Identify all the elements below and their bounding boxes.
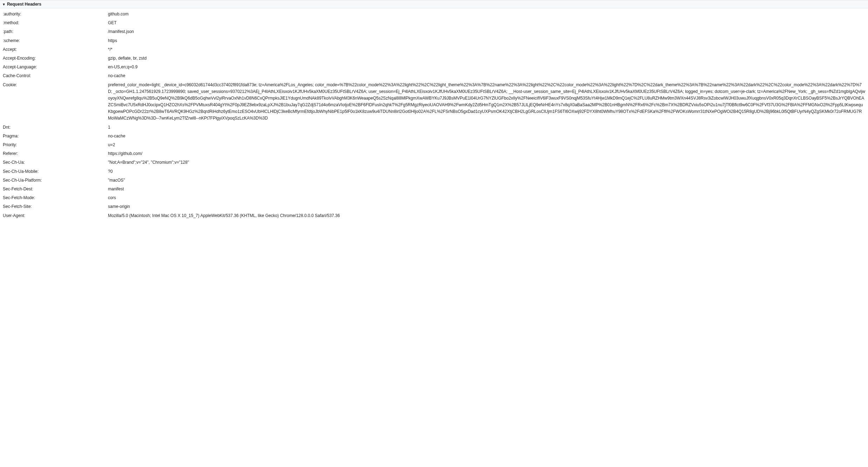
header-name: Accept: bbox=[3, 46, 108, 53]
header-row: User-Agent:Mozilla/5.0 (Macintosh; Intel… bbox=[0, 211, 868, 220]
header-name: Cookie: bbox=[3, 82, 108, 88]
header-value: Mozilla/5.0 (Macintosh; Intel Mac OS X 1… bbox=[108, 212, 865, 219]
header-name: Sec-Fetch-Dest: bbox=[3, 186, 108, 192]
header-value: GET bbox=[108, 20, 865, 26]
header-row: Sec-Ch-Ua:"Not;A=Brand";v="24", "Chromiu… bbox=[0, 158, 868, 167]
header-value: /manifest.json bbox=[108, 28, 865, 35]
header-row: Cache-Control:no-cache bbox=[0, 72, 868, 80]
header-name: Cache-Control: bbox=[3, 73, 108, 79]
header-name: User-Agent: bbox=[3, 212, 108, 219]
header-name: Priority: bbox=[3, 142, 108, 148]
header-name: Pragma: bbox=[3, 133, 108, 140]
header-name: :method: bbox=[3, 20, 108, 26]
header-name: :authority: bbox=[3, 11, 108, 18]
header-value: no-cache bbox=[108, 73, 865, 79]
header-row: :authority:github.com bbox=[0, 10, 868, 19]
header-value: manifest bbox=[108, 186, 865, 192]
header-value: gzip, deflate, br, zstd bbox=[108, 55, 865, 62]
header-name: Sec-Fetch-Site: bbox=[3, 203, 108, 210]
header-value: "Not;A=Brand";v="24", "Chromium";v="128" bbox=[108, 159, 865, 166]
header-name: Accept-Encoding: bbox=[3, 55, 108, 62]
header-value: preferred_color_mode=light; _device_id=c… bbox=[108, 82, 865, 122]
header-value: "macOS" bbox=[108, 177, 865, 184]
header-name: Sec-Ch-Ua: bbox=[3, 159, 108, 166]
header-row: Sec-Fetch-Mode:cors bbox=[0, 194, 868, 202]
header-name: Accept-Language: bbox=[3, 64, 108, 70]
header-row: Referer:https://github.com/ bbox=[0, 149, 868, 158]
header-row: Dnt:1 bbox=[0, 123, 868, 132]
header-name: Sec-Ch-Ua-Platform: bbox=[3, 177, 108, 184]
header-value: https://github.com/ bbox=[108, 150, 865, 157]
header-name: Sec-Ch-Ua-Mobile: bbox=[3, 168, 108, 175]
header-value: cors bbox=[108, 195, 865, 201]
header-row: Accept-Language:en-US,en;q=0.9 bbox=[0, 63, 868, 72]
header-name: Sec-Fetch-Mode: bbox=[3, 195, 108, 201]
request-headers-section-toggle[interactable]: ▼ Request Headers bbox=[0, 0, 868, 8]
header-row: Sec-Fetch-Site:same-origin bbox=[0, 202, 868, 211]
header-row: Accept-Encoding:gzip, deflate, br, zstd bbox=[0, 54, 868, 63]
header-value: no-cache bbox=[108, 133, 865, 140]
header-name: :path: bbox=[3, 28, 108, 35]
header-row: Accept:*/* bbox=[0, 45, 868, 54]
header-value: same-origin bbox=[108, 203, 865, 210]
disclosure-triangle-icon: ▼ bbox=[2, 2, 6, 6]
header-row: :scheme:https bbox=[0, 36, 868, 45]
header-name: Dnt: bbox=[3, 124, 108, 131]
header-value: en-US,en;q=0.9 bbox=[108, 64, 865, 70]
header-value: u=2 bbox=[108, 142, 865, 148]
header-row: Sec-Ch-Ua-Mobile:?0 bbox=[0, 167, 868, 176]
header-row: Sec-Ch-Ua-Platform:"macOS" bbox=[0, 176, 868, 185]
header-row: Priority:u=2 bbox=[0, 141, 868, 149]
header-value: 1 bbox=[108, 124, 865, 131]
header-row: :path:/manifest.json bbox=[0, 27, 868, 36]
section-title: Request Headers bbox=[7, 2, 41, 7]
header-value: https bbox=[108, 38, 865, 44]
header-name: Referer: bbox=[3, 150, 108, 157]
header-row: :method:GET bbox=[0, 19, 868, 27]
header-value: github.com bbox=[108, 11, 865, 18]
header-name: :scheme: bbox=[3, 38, 108, 44]
header-row: Pragma:no-cache bbox=[0, 132, 868, 141]
header-row: Cookie:preferred_color_mode=light; _devi… bbox=[0, 81, 868, 123]
header-value: ?0 bbox=[108, 168, 865, 175]
header-row: Sec-Fetch-Dest:manifest bbox=[0, 185, 868, 194]
header-value: */* bbox=[108, 46, 865, 53]
request-headers-list: :authority:github.com:method:GET:path:/m… bbox=[0, 8, 868, 222]
